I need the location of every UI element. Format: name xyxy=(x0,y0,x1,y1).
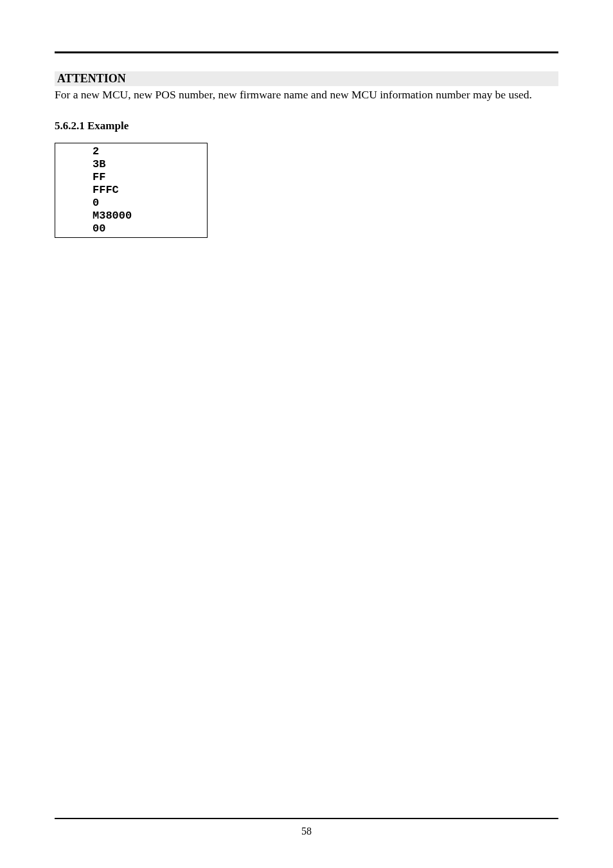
example-subheading: 5.6.2.1 Example xyxy=(55,120,558,132)
section-number: 5.6.2.1 xyxy=(55,120,85,132)
attention-heading: ATTENTION xyxy=(55,71,558,86)
section-title: Example xyxy=(87,120,129,132)
bottom-horizontal-rule xyxy=(55,818,558,820)
code-example-box: 2 3B FF FFFC 0 M38000 00 xyxy=(55,143,208,238)
code-line: FFFC xyxy=(93,184,119,196)
page-number: 58 xyxy=(55,826,558,837)
code-line: M38000 xyxy=(93,210,132,222)
top-horizontal-rule xyxy=(55,51,558,53)
code-line: 3B xyxy=(93,158,105,170)
page-footer: 58 xyxy=(55,818,558,838)
code-line: 2 xyxy=(93,145,99,158)
code-line: FF xyxy=(93,171,105,183)
code-line: 00 xyxy=(93,222,105,235)
attention-body: For a new MCU, new POS number, new firmw… xyxy=(55,87,558,103)
code-line: 0 xyxy=(93,197,99,209)
